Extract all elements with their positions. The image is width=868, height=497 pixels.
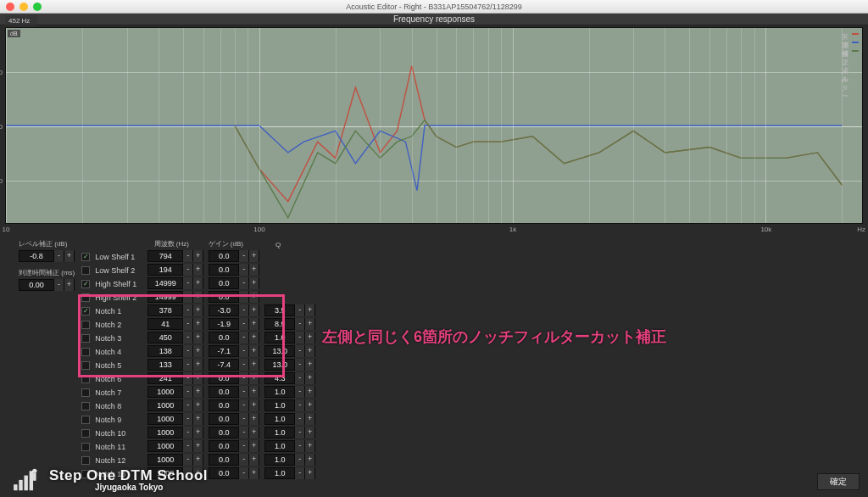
spin-input[interactable]: 3.5-+ — [264, 304, 315, 316]
spin-input[interactable]: -7.4-+ — [209, 359, 259, 371]
spin-value[interactable]: 1.0 — [265, 428, 294, 437]
decrement-button[interactable]: - — [182, 250, 192, 262]
decrement-button[interactable]: - — [238, 440, 248, 452]
decrement-button[interactable]: - — [238, 454, 248, 466]
increment-button[interactable]: + — [304, 304, 314, 316]
spin-value[interactable]: 13.0 — [265, 360, 294, 369]
decrement-button[interactable]: - — [294, 413, 304, 425]
decrement-button[interactable]: - — [182, 427, 192, 438]
decrement-button[interactable]: - — [182, 399, 192, 411]
spin-value[interactable]: 1000 — [148, 401, 182, 410]
decrement-button[interactable]: - — [238, 413, 248, 425]
increment-button[interactable]: + — [248, 372, 259, 384]
spin-input[interactable]: 1.0-+ — [264, 399, 315, 411]
filter-enable-checkbox[interactable] — [81, 280, 90, 288]
spin-input[interactable]: 194-+ — [147, 264, 203, 276]
filter-enable-checkbox[interactable] — [81, 293, 90, 302]
spin-input[interactable]: 1.0-+ — [264, 440, 315, 452]
spin-value[interactable]: 0.0 — [209, 252, 238, 260]
spin-value[interactable]: 1.0 — [265, 442, 294, 450]
decrement-button[interactable]: - — [53, 250, 64, 262]
increment-button[interactable]: + — [192, 359, 203, 371]
spin-value[interactable]: 0.0 — [209, 415, 238, 423]
spin-input[interactable]: 13.0-+ — [264, 359, 315, 371]
spin-input[interactable]: 1.0-+ — [264, 454, 315, 466]
spin-input[interactable]: 0.0-+ — [209, 399, 259, 411]
spin-input[interactable]: 0.0-+ — [209, 277, 259, 289]
spin-value[interactable]: 138 — [148, 347, 182, 355]
decrement-button[interactable]: - — [238, 332, 248, 343]
increment-button[interactable]: + — [248, 399, 259, 411]
spin-input[interactable]: 8.9-+ — [264, 318, 315, 330]
spin-value[interactable]: -3.0 — [209, 306, 238, 315]
increment-button[interactable]: + — [192, 440, 203, 452]
increment-button[interactable]: + — [304, 386, 314, 398]
increment-button[interactable]: + — [248, 250, 259, 262]
spin-input[interactable]: 0.0-+ — [209, 291, 259, 303]
decrement-button[interactable]: - — [238, 467, 248, 479]
decrement-button[interactable]: - — [182, 413, 192, 425]
confirm-button[interactable]: 確定 — [817, 473, 860, 490]
filter-enable-checkbox[interactable] — [81, 375, 90, 383]
spin-value[interactable]: 13.0 — [265, 347, 294, 355]
decrement-button[interactable]: - — [238, 399, 248, 411]
spin-input[interactable]: -3.0-+ — [209, 304, 259, 316]
spin-input[interactable]: 14999-+ — [147, 277, 203, 289]
spin-input[interactable]: 794-+ — [147, 250, 203, 262]
spin-input[interactable]: 0.0-+ — [209, 454, 259, 466]
spin-value[interactable]: 1000 — [148, 388, 182, 396]
decrement-button[interactable]: - — [238, 250, 248, 262]
decrement-button[interactable]: - — [182, 345, 192, 357]
spin-input[interactable]: 1.0-+ — [264, 386, 315, 398]
decrement-button[interactable]: - — [238, 264, 248, 276]
spin-input[interactable]: 1000-+ — [147, 454, 203, 466]
spin-value[interactable]: 4.3 — [265, 374, 294, 383]
spin-input[interactable]: 1000-+ — [147, 440, 203, 452]
decrement-button[interactable]: - — [238, 277, 248, 289]
decrement-button[interactable]: - — [294, 399, 304, 411]
spin-input[interactable]: 1.0-+ — [264, 467, 315, 479]
filter-enable-checkbox[interactable] — [81, 266, 90, 275]
spin-value[interactable]: 1000 — [148, 415, 182, 423]
increment-button[interactable]: + — [192, 399, 203, 411]
level-comp-value[interactable]: -0.8 — [19, 252, 53, 260]
decrement-button[interactable]: - — [182, 386, 192, 398]
spin-value[interactable]: -7.1 — [209, 347, 238, 355]
spin-input[interactable]: 0.0-+ — [209, 413, 259, 425]
spin-input[interactable]: 1.0-+ — [264, 332, 315, 343]
increment-button[interactable]: + — [304, 332, 314, 343]
decrement-button[interactable]: - — [294, 467, 304, 479]
spin-value[interactable]: 1000 — [148, 442, 182, 450]
spin-input[interactable]: 0.0-+ — [209, 264, 259, 276]
increment-button[interactable]: + — [192, 454, 203, 466]
increment-button[interactable]: + — [248, 454, 259, 466]
increment-button[interactable]: + — [248, 359, 259, 371]
decrement-button[interactable]: - — [294, 359, 304, 371]
increment-button[interactable]: + — [64, 250, 74, 262]
decrement-button[interactable]: - — [182, 291, 192, 303]
spin-value[interactable]: 241 — [148, 374, 182, 383]
decrement-button[interactable]: - — [182, 277, 192, 289]
decrement-button[interactable]: - — [294, 345, 304, 357]
increment-button[interactable]: + — [192, 332, 203, 343]
spin-value[interactable]: 1.0 — [265, 415, 294, 423]
filter-enable-checkbox[interactable] — [81, 429, 90, 438]
filter-enable-checkbox[interactable] — [81, 253, 90, 261]
decrement-button[interactable]: - — [238, 291, 248, 303]
increment-button[interactable]: + — [192, 304, 203, 316]
filter-enable-checkbox[interactable] — [81, 388, 90, 397]
spin-value[interactable]: -7.4 — [209, 360, 238, 369]
spin-value[interactable]: 1000 — [148, 428, 182, 437]
spin-input[interactable]: 1.0-+ — [264, 413, 315, 425]
decrement-button[interactable]: - — [182, 304, 192, 316]
spin-value[interactable]: 0.0 — [209, 401, 238, 410]
spin-value[interactable]: 0.0 — [209, 455, 238, 464]
spin-input[interactable]: 0.0-+ — [209, 386, 259, 398]
spin-input[interactable]: 4.3-+ — [264, 372, 315, 384]
spin-input[interactable]: 378-+ — [147, 304, 203, 316]
spin-value[interactable]: 0.0 — [209, 279, 238, 288]
filter-enable-checkbox[interactable] — [81, 402, 90, 410]
spin-value[interactable]: 0.0 — [209, 469, 238, 477]
spin-value[interactable]: 8.9 — [265, 320, 294, 328]
spin-input[interactable]: 0.0-+ — [209, 372, 259, 384]
